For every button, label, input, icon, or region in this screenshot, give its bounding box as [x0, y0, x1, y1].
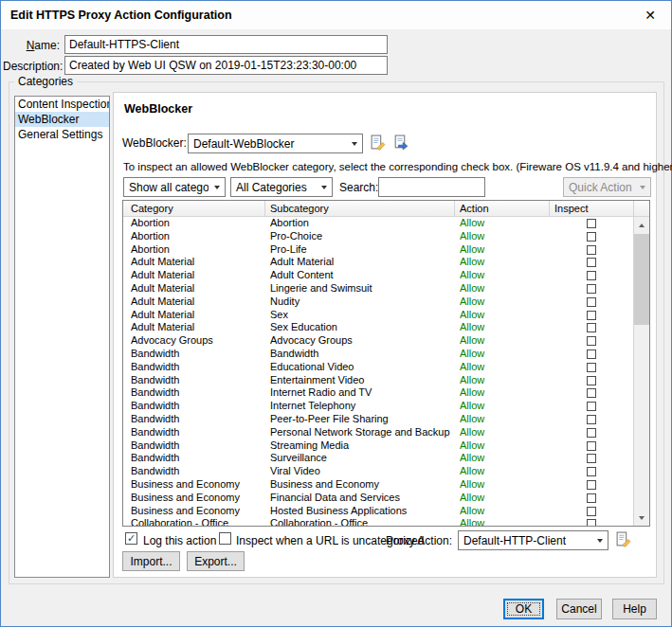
table-row[interactable]: Bandwidth Personal Network Storage and B… — [123, 426, 633, 439]
table-row[interactable]: Bandwidth Entertainment Video Allow — [123, 374, 633, 387]
proxy-action-combo[interactable]: Default-HTTP-Client — [458, 530, 608, 550]
description-input[interactable] — [64, 56, 388, 75]
quick-action-dropdown[interactable]: Quick Action — [563, 177, 651, 197]
cell-action: Allow — [460, 269, 545, 282]
show-categories-filter[interactable]: Show all categories — [123, 177, 226, 197]
table-scrollbar[interactable] — [633, 217, 649, 526]
inspect-checkbox[interactable] — [587, 493, 596, 503]
edit-webblocker-button[interactable] — [368, 134, 388, 153]
category-filter[interactable]: All Categories — [230, 177, 333, 197]
inspect-checkbox[interactable] — [587, 271, 596, 280]
inspect-checkbox[interactable] — [587, 363, 596, 372]
table-row[interactable]: Bandwidth Streaming Media Allow — [123, 439, 633, 453]
inspect-checkbox[interactable] — [587, 323, 596, 332]
inspect-checkbox[interactable] — [587, 402, 596, 411]
cell-action: Allow — [460, 243, 545, 257]
cell-subcategory: Nudity — [270, 296, 453, 309]
inspect-checkbox[interactable] — [587, 428, 596, 438]
cell-category: Business and Economy — [131, 478, 263, 492]
inspect-checkbox[interactable] — [587, 232, 596, 242]
dialog-title: Edit HTTPS Proxy Action Configuration — [10, 9, 232, 22]
export-button[interactable]: Export... — [187, 551, 245, 571]
table-row[interactable]: Bandwidth Bandwidth Allow — [123, 348, 633, 361]
webblocker-selector-combo[interactable]: Default-WebBlocker — [188, 134, 363, 153]
table-row[interactable]: Adult Material Lingerie and Swimsuit All… — [123, 282, 633, 296]
inspect-checkbox[interactable] — [587, 284, 596, 294]
inspect-checkbox[interactable] — [587, 311, 596, 320]
inspect-uncategorized-checkbox[interactable]: ✓ — [219, 532, 231, 545]
header-action: Action — [455, 201, 550, 216]
cell-subcategory: Abortion — [270, 217, 453, 230]
ok-button[interactable]: OK — [503, 599, 544, 619]
table-row[interactable]: Bandwidth Viral Video Allow — [123, 465, 633, 478]
inspect-checkbox[interactable] — [587, 219, 596, 228]
inspect-checkbox[interactable] — [587, 258, 596, 267]
table-row[interactable]: Business and Economy Financial Data and … — [123, 492, 633, 505]
table-row[interactable]: Bandwidth Internet Telephony Allow — [123, 400, 633, 413]
inspect-checkbox[interactable] — [587, 297, 596, 307]
cell-category: Bandwidth — [131, 465, 263, 478]
header-category: Category — [123, 201, 265, 216]
inspect-checkbox[interactable] — [587, 245, 596, 255]
inspect-checkbox[interactable] — [587, 519, 596, 526]
sidebar-item-webblocker[interactable]: WebBlocker — [15, 112, 109, 127]
inspect-checkbox[interactable] — [587, 376, 596, 385]
inspect-checkbox[interactable] — [587, 388, 596, 398]
inspect-checkbox[interactable] — [587, 467, 596, 476]
cell-action: Allow — [460, 348, 545, 361]
inspect-checkbox[interactable] — [587, 415, 596, 424]
table-row[interactable]: Collaboration - Office Collaboration - O… — [123, 517, 633, 526]
sidebar-item-content-inspection[interactable]: Content Inspection — [15, 97, 109, 112]
table-row[interactable]: Business and Economy Business and Econom… — [123, 478, 633, 492]
table-row[interactable]: Adult Material Nudity Allow — [123, 296, 633, 309]
table-row[interactable]: Business and Economy Hosted Business App… — [123, 505, 633, 518]
cell-action: Allow — [460, 478, 545, 492]
clone-webblocker-button[interactable] — [390, 134, 410, 153]
cell-subcategory: Hosted Business Applications — [270, 505, 453, 518]
inspect-checkbox[interactable] — [587, 441, 596, 451]
search-input[interactable] — [378, 177, 485, 197]
cell-action: Allow — [460, 413, 545, 426]
table-row[interactable]: Bandwidth Internet Radio and TV Allow — [123, 386, 633, 400]
scroll-up-icon — [639, 224, 645, 227]
table-row[interactable]: Abortion Abortion Allow — [123, 217, 633, 230]
cancel-button[interactable]: Cancel — [556, 599, 602, 619]
table-row[interactable]: Advocacy Groups Advocacy Groups Allow — [123, 334, 633, 348]
inspect-checkbox[interactable] — [587, 349, 596, 359]
table-row[interactable]: Adult Material Sex Education Allow — [123, 321, 633, 334]
inspect-checkbox[interactable] — [587, 336, 596, 346]
table-row[interactable]: Adult Material Adult Content Allow — [123, 269, 633, 282]
import-button[interactable]: Import... — [122, 551, 180, 571]
scroll-down-button[interactable] — [634, 510, 649, 526]
inspect-checkbox[interactable] — [587, 454, 596, 463]
table-row[interactable]: Bandwidth Surveillance Allow — [123, 452, 633, 465]
cell-action: Allow — [460, 517, 545, 526]
check-icon: ✓ — [127, 533, 136, 544]
scrollbar-thumb[interactable] — [634, 234, 649, 325]
table-row[interactable]: Abortion Pro-Choice Allow — [123, 230, 633, 243]
scroll-up-button[interactable] — [634, 217, 649, 233]
cell-subcategory: Financial Data and Services — [270, 492, 453, 505]
log-action-checkbox[interactable]: ✓ — [125, 532, 137, 545]
table-row[interactable]: Abortion Pro-Life Allow — [123, 243, 633, 257]
help-button[interactable]: Help — [612, 599, 657, 619]
cell-subcategory: Business and Economy — [270, 478, 453, 492]
dropdown-arrow-icon — [214, 186, 220, 189]
cell-subcategory: Adult Content — [270, 269, 453, 282]
close-button[interactable]: ✕ — [631, 2, 669, 27]
dropdown-arrow-icon — [597, 539, 603, 543]
cell-category: Bandwidth — [131, 426, 263, 439]
name-input[interactable] — [64, 35, 388, 54]
cell-category: Adult Material — [131, 296, 263, 309]
cell-category: Abortion — [131, 243, 263, 257]
inspect-checkbox[interactable] — [587, 507, 596, 516]
inspect-checkbox[interactable] — [587, 480, 596, 490]
sidebar-item-general-settings[interactable]: General Settings — [15, 127, 109, 142]
edit-proxy-action-button[interactable] — [613, 530, 633, 550]
table-row[interactable]: Adult Material Adult Material Allow — [123, 256, 633, 269]
cell-action: Allow — [460, 296, 545, 309]
table-row[interactable]: Adult Material Sex Allow — [123, 309, 633, 322]
cell-action: Allow — [460, 505, 545, 518]
table-row[interactable]: Bandwidth Educational Video Allow — [123, 361, 633, 374]
table-row[interactable]: Bandwidth Peer-to-Peer File Sharing Allo… — [123, 413, 633, 426]
